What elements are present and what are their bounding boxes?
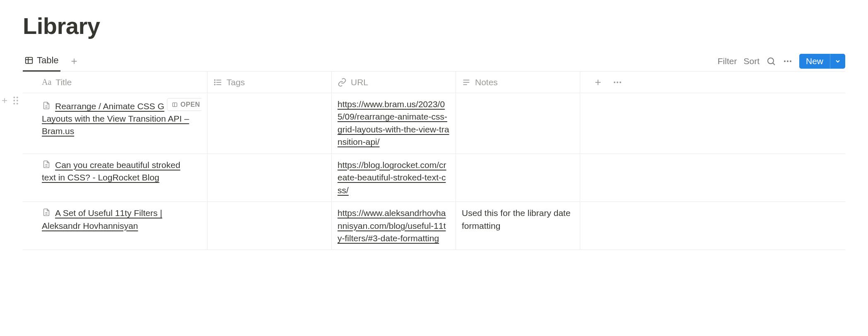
row-title[interactable]: A Set of Useful 11ty Filters | xyxy=(55,208,162,218)
table-icon xyxy=(24,56,34,65)
view-bar: Table Filter Sort New xyxy=(23,51,845,72)
row-title-continued[interactable]: Aleksandr Hovhannisyan xyxy=(42,220,201,232)
page-icon xyxy=(42,101,51,110)
column-header-label: Tags xyxy=(227,77,245,87)
column-header-url[interactable]: URL xyxy=(332,72,456,93)
add-row-button[interactable] xyxy=(0,96,9,105)
cell-notes[interactable]: Used this for the library date formattin… xyxy=(462,208,571,230)
column-header-tags[interactable]: Tags xyxy=(207,72,332,93)
cell-url[interactable]: https://www.aleksandrhovhannisyan.com/bl… xyxy=(338,208,446,243)
table-row[interactable]: A Set of Useful 11ty Filters | Aleksandr… xyxy=(23,202,845,250)
cell-empty xyxy=(580,154,845,202)
svg-point-9 xyxy=(790,60,791,62)
page-icon xyxy=(42,160,51,169)
svg-point-15 xyxy=(215,84,215,85)
column-header-label: URL xyxy=(351,77,368,87)
add-column-button[interactable] xyxy=(593,78,603,87)
chevron-down-icon xyxy=(834,58,841,65)
row-title-continued[interactable]: Layouts with the View Transition API – B… xyxy=(42,113,201,138)
view-tab-label: Table xyxy=(37,55,59,66)
svg-point-23 xyxy=(620,82,621,83)
column-header-notes[interactable]: Notes xyxy=(456,72,580,93)
svg-point-31 xyxy=(17,103,18,105)
svg-point-8 xyxy=(787,60,788,62)
svg-point-27 xyxy=(17,97,18,98)
row-title[interactable]: Can you create beautiful stroked xyxy=(55,160,180,170)
link-icon xyxy=(338,78,347,87)
table-header-row: Aa Title Tags UR xyxy=(23,72,845,93)
table-row[interactable]: Rearrange / Animate CSS G OPEN Layouts w… xyxy=(23,93,845,154)
open-page-button[interactable]: OPEN xyxy=(167,98,201,111)
row-title[interactable]: Rearrange / Animate CSS G xyxy=(55,101,164,111)
svg-rect-0 xyxy=(26,58,33,64)
search-icon[interactable] xyxy=(766,56,776,66)
svg-point-30 xyxy=(13,103,15,105)
page-icon xyxy=(42,208,51,217)
table-row[interactable]: Can you create beautiful stroked text in… xyxy=(23,154,845,202)
text-icon xyxy=(462,78,471,87)
svg-point-5 xyxy=(768,58,774,64)
column-header-title[interactable]: Aa Title xyxy=(23,72,207,93)
cell-url[interactable]: https://www.bram.us/2023/05/09/rearrange… xyxy=(338,99,449,146)
more-icon[interactable] xyxy=(783,56,793,66)
column-more-icon[interactable] xyxy=(612,77,622,87)
svg-point-26 xyxy=(13,97,15,98)
svg-point-28 xyxy=(13,100,15,101)
column-header-label: Title xyxy=(55,77,72,87)
svg-point-7 xyxy=(784,60,786,62)
cell-empty xyxy=(580,202,845,250)
drag-handle-icon[interactable] xyxy=(13,96,19,105)
cell-tags[interactable] xyxy=(207,202,332,250)
svg-line-6 xyxy=(773,63,775,65)
open-side-peek-icon xyxy=(171,101,178,108)
sort-button[interactable]: Sort xyxy=(743,56,760,66)
filter-button[interactable]: Filter xyxy=(718,56,737,66)
column-header-label: Notes xyxy=(475,77,498,87)
new-button[interactable]: New xyxy=(799,54,830,69)
cell-tags[interactable] xyxy=(207,93,332,154)
svg-point-21 xyxy=(614,82,615,83)
svg-point-13 xyxy=(215,79,215,80)
add-view-button[interactable] xyxy=(68,55,80,67)
open-label: OPEN xyxy=(181,100,200,109)
multi-select-icon xyxy=(213,78,222,87)
svg-point-22 xyxy=(617,82,618,83)
page-title: Library xyxy=(23,12,845,39)
cell-tags[interactable] xyxy=(207,154,332,202)
cell-url[interactable]: https://blog.logrocket.com/create-beauti… xyxy=(338,160,446,195)
new-button-dropdown[interactable] xyxy=(830,54,845,69)
view-tab-table[interactable]: Table xyxy=(23,51,60,72)
row-title-continued[interactable]: text in CSS? - LogRocket Blog xyxy=(42,171,201,184)
svg-point-29 xyxy=(17,100,18,101)
title-type-icon: Aa xyxy=(42,77,51,87)
svg-point-14 xyxy=(215,82,215,83)
cell-empty xyxy=(580,93,845,154)
